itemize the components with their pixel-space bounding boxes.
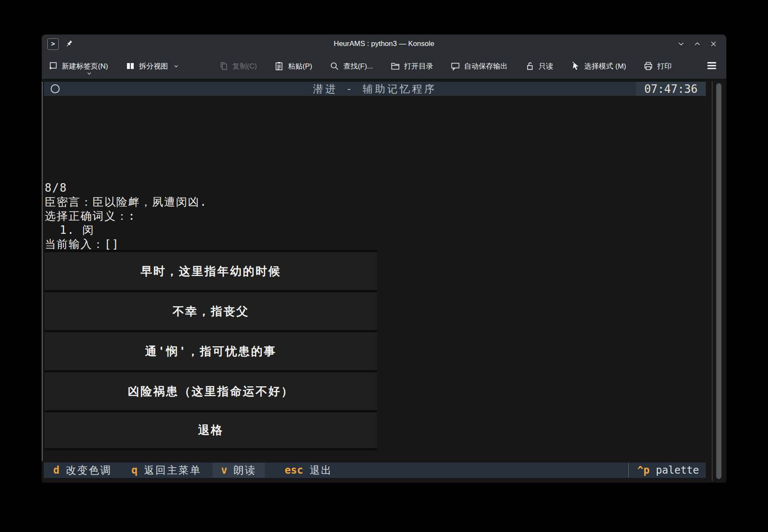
minimize-button[interactable] [676, 39, 686, 49]
toolbar-button-label: 粘贴(P) [288, 61, 312, 71]
palette-shortcut[interactable]: ^p palette [628, 463, 706, 478]
toolbar-button-read-only[interactable]: 只读 [525, 61, 553, 71]
tui-title: 潜进 - 辅助记忆程序 [44, 82, 706, 96]
close-button[interactable] [708, 39, 719, 49]
terminal-text-line: 当前输入：[] [45, 237, 207, 251]
search-icon [329, 61, 339, 71]
toolbar-button-label: 拆分视图 [139, 61, 168, 71]
option-button[interactable]: 不幸，指丧父 [45, 290, 377, 330]
konsole-app-icon[interactable]: > [47, 38, 59, 50]
option-label: 早时，这里指年幼的时候 [141, 264, 281, 279]
shortcut-key: v [221, 464, 227, 476]
toolbar: 新建标签页(N)拆分视图复制(C)粘贴(P)查找(F)...打开目录自动保存输出… [42, 53, 726, 80]
terminal-text-line: 8/8 [45, 181, 207, 195]
chevron-down-icon[interactable] [86, 70, 92, 77]
tui-header-bar: 潜进 - 辅助记忆程序 07:47:36 [44, 82, 706, 96]
maximize-button[interactable] [692, 39, 702, 49]
toolbar-button-label: 新建标签页(N) [62, 61, 108, 71]
tui-left-border [42, 82, 43, 461]
toolbar-button-select-mode[interactable]: 选择模式 (M) [570, 61, 626, 71]
statusbar-separator [628, 463, 629, 478]
paste-icon [274, 61, 284, 71]
terminal-text-line: 选择正确词义：: [45, 209, 207, 223]
menu-button[interactable] [706, 60, 719, 72]
shortcut-key: esc [285, 464, 303, 476]
select-cursor-icon [570, 61, 581, 71]
terminal-view[interactable]: 潜进 - 辅助记忆程序 07:47:36 8/8臣密言：臣以险衅，夙遭闵凶.选择… [42, 80, 726, 483]
terminal-text: 8/8臣密言：臣以险衅，夙遭闵凶.选择正确词义：: 1. 闵当前输入：[] [45, 181, 207, 251]
toolbar-button-label: 打印 [657, 61, 672, 71]
pin-icon[interactable] [64, 39, 74, 49]
tui-statusbar: d改变色调q返回主菜单v朗读esc退出 ^p palette [44, 463, 706, 478]
option-button[interactable]: 早时，这里指年幼的时候 [45, 250, 377, 290]
statusbar-item-d[interactable]: d改变色调 [53, 463, 112, 478]
shortcut-label: 改变色调 [66, 463, 112, 477]
toolbar-button-print[interactable]: 打印 [643, 61, 672, 71]
desktop: > HeurAMS : python3 — Konsole 新建标签页(N)拆分… [0, 0, 768, 532]
konsole-window: > HeurAMS : python3 — Konsole 新建标签页(N)拆分… [42, 35, 726, 483]
shortcut-key: q [131, 464, 137, 476]
statusbar-item-v[interactable]: v朗读 [213, 463, 265, 478]
option-button[interactable]: 凶险祸患（这里指命运不好） [45, 370, 377, 410]
toolbar-button-label: 查找(F)... [343, 61, 373, 71]
toolbar-button-label: 打开目录 [404, 61, 433, 71]
shortcut-label: 返回主菜单 [144, 463, 201, 477]
window-controls [676, 39, 726, 49]
toolbar-button-paste[interactable]: 粘贴(P) [274, 61, 312, 71]
unlock-icon [525, 61, 535, 71]
option-label: 凶险祸患（这里指命运不好） [128, 384, 294, 399]
chevron-down-icon[interactable] [173, 63, 179, 69]
window-title: HeurAMS : python3 — Konsole [42, 40, 726, 48]
autosave-output-icon [450, 61, 460, 71]
toolbar-button-open-directory[interactable]: 打开目录 [390, 61, 433, 71]
option-button[interactable]: 通'悯'，指可忧患的事 [45, 330, 377, 370]
toolbar-button-autosave-output[interactable]: 自动保存输出 [450, 61, 508, 71]
answer-options: 早时，这里指年幼的时候不幸，指丧父通'悯'，指可忧患的事凶险祸患（这里指命运不好… [45, 250, 377, 450]
toolbar-button-label: 复制(C) [233, 61, 257, 71]
option-label: 退格 [198, 423, 224, 438]
palette-label: palette [656, 464, 699, 476]
titlebar[interactable]: > HeurAMS : python3 — Konsole [42, 35, 726, 53]
toolbar-button-find[interactable]: 查找(F)... [329, 61, 373, 71]
toolbar-button-copy[interactable]: 复制(C) [219, 61, 257, 71]
folder-icon [390, 61, 400, 71]
clock: 07:47:36 [636, 82, 706, 96]
shortcut-label: 退出 [310, 463, 333, 477]
option-label: 通'悯'，指可忧患的事 [145, 344, 277, 359]
split-view-icon [125, 61, 135, 71]
toolbar-button-label: 只读 [539, 61, 553, 71]
option-button[interactable]: 退格 [45, 410, 377, 450]
toolbar-button-label: 自动保存输出 [464, 61, 508, 71]
terminal-text-line: 1. 闵 [45, 223, 207, 237]
shortcut-key: d [53, 464, 59, 476]
scrollbar-track-line [712, 81, 713, 481]
toolbar-button-new-tab[interactable]: 新建标签页(N) [48, 61, 108, 71]
scrollbar-thumb[interactable] [716, 83, 722, 479]
toolbar-button-split-view[interactable]: 拆分视图 [125, 61, 179, 71]
new-tab-icon [48, 61, 58, 71]
palette-key: ^p [637, 464, 650, 476]
shortcut-label: 朗读 [233, 463, 256, 477]
terminal-text-line: 臣密言：臣以险衅，夙遭闵凶. [45, 195, 207, 209]
printer-icon [643, 61, 653, 71]
option-label: 不幸，指丧父 [173, 304, 249, 319]
statusbar-item-esc[interactable]: esc退出 [285, 463, 332, 478]
copy-icon [219, 61, 229, 71]
statusbar-item-q[interactable]: q返回主菜单 [131, 463, 201, 478]
toolbar-button-label: 选择模式 (M) [584, 61, 626, 71]
